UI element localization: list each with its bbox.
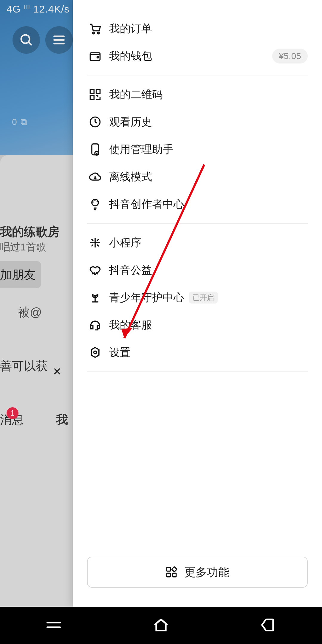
svg-point-16 (94, 351, 96, 354)
sparkle-icon (89, 236, 102, 249)
drawer-item-qr[interactable]: 我的二维码 (73, 81, 322, 108)
wallet-balance-chip: ¥5.05 (272, 49, 308, 64)
drawer-youth-label: 青少年守护中心 (109, 290, 184, 305)
svg-point-6 (97, 32, 99, 34)
drawer-service-label: 我的客服 (109, 318, 152, 332)
divider (87, 75, 308, 75)
svg-rect-17 (167, 567, 170, 571)
messages-badge: 1 (7, 407, 18, 419)
svg-point-0 (21, 35, 30, 43)
network-status: 4G ᴵᴵᴵ 12.4K/s (7, 3, 70, 15)
karaoke-subtitle: 唱过1首歌 (0, 240, 46, 254)
back-icon (259, 615, 278, 634)
drawer-item-assistant[interactable]: 使用管理助手 (73, 136, 322, 163)
system-back-button[interactable] (259, 615, 278, 636)
drawer-history-label: 观看历史 (109, 115, 152, 129)
system-home-button[interactable] (151, 615, 171, 636)
drawer-item-youth[interactable]: 青少年守护中心 已开启 (73, 284, 322, 311)
cart-icon (89, 22, 102, 35)
add-friend-label: 加朋友 (0, 267, 36, 283)
svg-rect-19 (173, 573, 176, 577)
profile-qr-hint: 0 ⧉ (12, 117, 27, 127)
svg-rect-11 (90, 96, 94, 100)
drawer-item-service[interactable]: 我的客服 (73, 311, 322, 339)
svg-point-8 (97, 56, 99, 58)
system-nav-bar (0, 607, 322, 644)
drawer-qr-label: 我的二维码 (109, 87, 163, 102)
drawer-creator-label: 抖音创作者中心 (109, 197, 184, 212)
divider (87, 371, 308, 372)
headset-icon (89, 318, 102, 332)
lightbulb-icon (89, 198, 102, 211)
nav-messages[interactable]: 消息 1 (0, 411, 24, 428)
menu-button[interactable] (45, 26, 73, 54)
youth-status-chip: 已开启 (189, 292, 218, 304)
karaoke-title[interactable]: 我的练歌房 (0, 224, 60, 240)
drawer-item-charity[interactable]: 抖音公益 (73, 256, 322, 284)
search-icon (19, 33, 33, 47)
more-features-button[interactable]: 更多功能 (87, 557, 308, 588)
system-recent-button[interactable] (44, 615, 63, 636)
drawer-wallet-label: 我的钱包 (109, 49, 152, 64)
drawer-item-creator[interactable]: 抖音创作者中心 (73, 191, 322, 218)
hamburger-icon (52, 33, 66, 47)
phone-check-icon (89, 143, 102, 156)
cloud-download-icon (89, 170, 102, 183)
grid-plus-icon (165, 566, 178, 578)
more-features-label: 更多功能 (184, 565, 230, 580)
svg-line-1 (29, 42, 32, 45)
search-button[interactable] (13, 26, 40, 54)
drawer-item-miniapp[interactable]: 小程序 (73, 229, 322, 256)
svg-point-5 (93, 32, 95, 34)
drawer-charity-label: 抖音公益 (109, 263, 152, 278)
drawer-settings-label: 设置 (109, 345, 131, 360)
heart-icon (89, 264, 102, 277)
drawer-orders-label: 我的订单 (109, 21, 152, 36)
svg-rect-9 (90, 90, 94, 94)
drawer-item-offline[interactable]: 离线模式 (73, 163, 322, 191)
home-icon (151, 615, 171, 634)
sprout-icon (89, 291, 102, 304)
promo-banner-text: 善可以获 (0, 358, 48, 374)
drawer-item-history[interactable]: 观看历史 (73, 108, 322, 136)
settings-icon (89, 346, 102, 359)
drawer-offline-label: 离线模式 (109, 170, 152, 184)
svg-rect-10 (96, 90, 100, 94)
drawer-item-orders[interactable]: 我的订单 (73, 15, 322, 42)
drawer-assistant-label: 使用管理助手 (109, 142, 174, 157)
side-drawer: 我的订单 我的钱包 ¥5.05 我的二维码 观看历史 使用管理助手 离线模式 抖… (73, 0, 322, 607)
tab-mentions[interactable]: 被@ (0, 304, 42, 321)
qr-icon (89, 88, 102, 101)
drawer-item-wallet[interactable]: 我的钱包 ¥5.05 (73, 42, 322, 70)
promo-close-button[interactable]: × (53, 363, 61, 379)
svg-rect-18 (167, 573, 170, 577)
nav-me[interactable]: 我 (56, 411, 68, 428)
wallet-icon (89, 49, 102, 63)
divider (87, 223, 308, 224)
drawer-item-settings[interactable]: 设置 (73, 339, 322, 366)
recent-icon (44, 615, 63, 634)
add-friend-button[interactable]: 加朋友 (0, 261, 41, 288)
drawer-miniapp-label: 小程序 (109, 236, 141, 250)
svg-rect-20 (172, 567, 177, 572)
clock-icon (89, 115, 102, 129)
